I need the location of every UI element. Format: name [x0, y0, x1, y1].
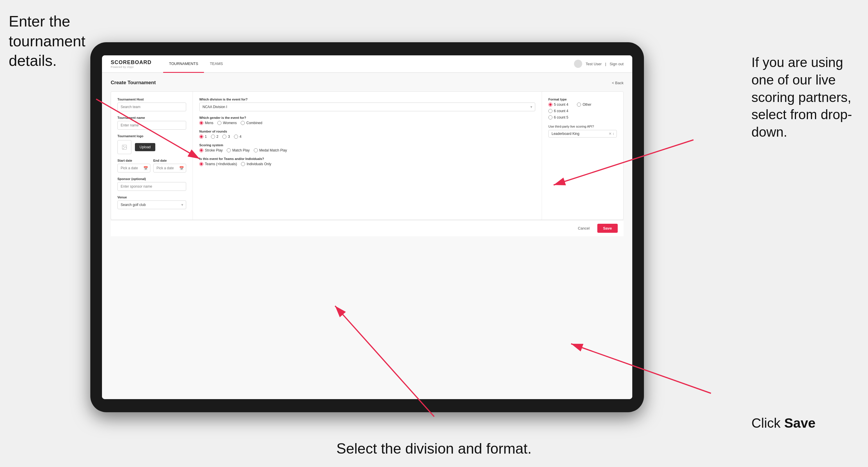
end-date-group: End date 📅 [153, 159, 186, 173]
division-group: Which division is the event for? NCAA Di… [199, 98, 535, 111]
annotation-save-bold: Save [784, 415, 815, 431]
scoring-medal-radio[interactable] [254, 148, 258, 152]
scoring-match-radio[interactable] [227, 148, 231, 152]
navbar-right: Test User | Sign out [574, 60, 624, 68]
format-5c4[interactable]: 5 count 4 [548, 102, 568, 106]
rounds-2-radio[interactable] [211, 134, 215, 139]
format-6c5[interactable]: 6 count 5 [548, 115, 568, 119]
format-5c4-radio[interactable] [548, 102, 553, 106]
brand-sub: Powered by clippi [111, 66, 152, 68]
rounds-radio-group: 1 2 3 [199, 134, 535, 139]
name-label: Tournament name [117, 116, 186, 119]
sponsor-label: Sponsor (optional) [117, 177, 186, 181]
host-group: Tournament Host [117, 98, 186, 111]
rounds-3[interactable]: 3 [222, 134, 230, 139]
format-options: 5 count 4 6 count 4 6 count 5 [548, 102, 617, 119]
scoring-group: Scoring system Stroke Play Match Play [199, 143, 535, 152]
gender-mens[interactable]: Mens [199, 121, 213, 125]
host-label: Tournament Host [117, 98, 186, 101]
live-scoring-input[interactable]: Leaderboard King ✕ ↕ [548, 130, 617, 137]
avatar [574, 60, 582, 68]
scoring-match[interactable]: Match Play [227, 148, 249, 152]
format-other-radio[interactable] [577, 102, 581, 106]
sponsor-input[interactable] [117, 182, 186, 191]
teams-individuals[interactable]: Individuals Only [241, 162, 271, 166]
content-inner: Create Tournament < Back Tournament Host… [102, 73, 632, 399]
tablet-screen: SCOREBOARD Powered by clippi TOURNAMENTS… [102, 55, 632, 399]
format-other[interactable]: Other [577, 102, 591, 106]
scoring-medal-label: Medal Match Play [259, 148, 287, 152]
brand: SCOREBOARD Powered by clippi [111, 59, 152, 68]
teams-teams-radio[interactable] [199, 162, 204, 166]
rounds-3-label: 3 [228, 134, 230, 139]
gender-womens-radio[interactable] [217, 121, 221, 125]
cancel-button[interactable]: Cancel [573, 224, 594, 233]
main-content: Create Tournament < Back Tournament Host… [102, 73, 632, 399]
scoring-stroke[interactable]: Stroke Play [199, 148, 223, 152]
gender-group: Which gender is the event for? Mens Wome… [199, 116, 535, 125]
page-title: Create Tournament [111, 80, 156, 86]
live-scoring-clear-icon[interactable]: ✕ ↕ [609, 132, 614, 136]
gender-mens-radio[interactable] [199, 121, 204, 125]
teams-individuals-radio[interactable] [241, 162, 245, 166]
nav-tournaments[interactable]: TOURNAMENTS [163, 55, 204, 73]
logo-label: Tournament logo [117, 134, 186, 138]
brand-title: SCOREBOARD [111, 59, 152, 66]
sign-out-link[interactable]: Sign out [610, 62, 624, 66]
teams-teams[interactable]: Teams (+Individuals) [199, 162, 237, 166]
format-6c5-radio[interactable] [548, 115, 553, 119]
page-header: Create Tournament < Back [111, 80, 624, 86]
gender-womens[interactable]: Womens [217, 121, 237, 125]
annotation-bottom-right: Click Save [751, 414, 862, 432]
back-button[interactable]: < Back [612, 81, 624, 85]
user-name: Test User [586, 62, 602, 66]
end-date-wrap: 📅 [153, 164, 186, 173]
rounds-1[interactable]: 1 [199, 134, 207, 139]
rounds-3-radio[interactable] [222, 134, 226, 139]
gender-label: Which gender is the event for? [199, 116, 535, 119]
format-group: Format type 5 count 4 6 count [548, 98, 617, 119]
form-col-2: Which division is the event for? NCAA Di… [193, 92, 542, 220]
format-6c5-label: 6 count 5 [554, 115, 568, 119]
upload-button[interactable]: Upload [135, 143, 155, 151]
division-select[interactable]: NCAA Division I [199, 102, 535, 111]
teams-individuals-label: Individuals Only [247, 162, 271, 166]
format-5c4-label: 5 count 4 [554, 102, 568, 106]
format-other-label: Other [583, 102, 591, 106]
scoring-stroke-radio[interactable] [199, 148, 204, 152]
scoring-match-label: Match Play [232, 148, 249, 152]
scoring-radio-group: Stroke Play Match Play Medal Match Play [199, 148, 535, 152]
live-scoring-section: Use third-party live scoring API? Leader… [548, 125, 617, 137]
nav-teams[interactable]: TEAMS [204, 55, 229, 73]
name-input[interactable] [117, 121, 186, 130]
rounds-label: Number of rounds [199, 130, 535, 133]
rounds-2[interactable]: 2 [211, 134, 219, 139]
gender-combined-label: Combined [246, 121, 262, 125]
host-input[interactable] [117, 102, 186, 111]
gender-womens-label: Womens [223, 121, 237, 125]
teams-radio-group: Teams (+Individuals) Individuals Only [199, 162, 535, 166]
annotation-top-right: If you are using one of our live scoring… [751, 54, 862, 141]
gender-combined[interactable]: Combined [241, 121, 262, 125]
separator: | [605, 62, 606, 66]
live-scoring-label: Use third-party live scoring API? [548, 125, 617, 128]
rounds-1-radio[interactable] [199, 134, 204, 139]
format-label: Format type [548, 98, 617, 101]
rounds-4-radio[interactable] [234, 134, 238, 139]
scoring-stroke-label: Stroke Play [205, 148, 223, 152]
scoring-medal-match[interactable]: Medal Match Play [254, 148, 287, 152]
form-col-1: Tournament Host Tournament name Tourname… [111, 92, 193, 220]
format-6c4-radio[interactable] [548, 109, 553, 113]
logo-upload-area: Upload [117, 140, 186, 154]
teams-group: Is this event for Teams and/or Individua… [199, 157, 535, 166]
format-6c4[interactable]: 6 count 4 [548, 109, 568, 113]
rounds-4[interactable]: 4 [234, 134, 242, 139]
gender-combined-radio[interactable] [241, 121, 245, 125]
save-button[interactable]: Save [597, 224, 618, 233]
date-row: Start date 📅 End date [117, 159, 186, 173]
logo-group: Tournament logo Upload [117, 134, 186, 154]
format-right: Other [577, 102, 591, 119]
dates-group: Start date 📅 End date [117, 159, 186, 173]
venue-select[interactable]: Search golf club [117, 200, 186, 209]
nav-links: TOURNAMENTS TEAMS [163, 55, 574, 72]
